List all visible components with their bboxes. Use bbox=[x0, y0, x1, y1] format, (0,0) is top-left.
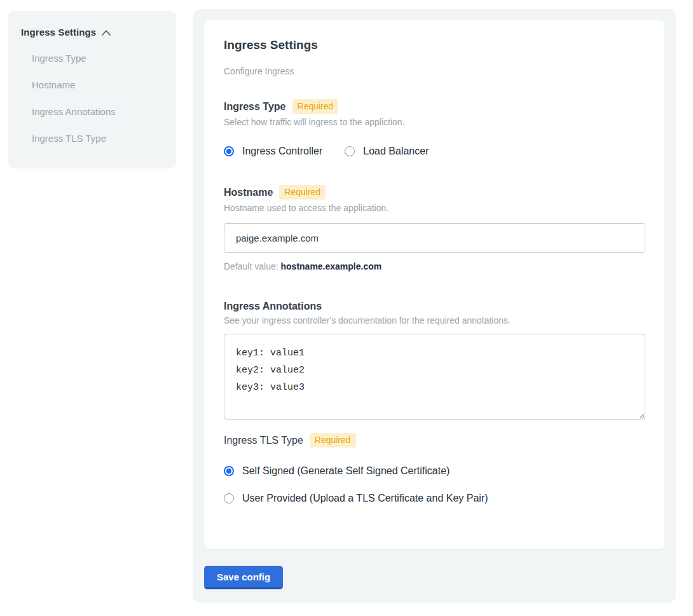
radio-icon[interactable] bbox=[224, 146, 234, 156]
config-nav-sidebar: Ingress Settings Ingress Type Hostname I… bbox=[8, 11, 176, 168]
radio-icon[interactable] bbox=[224, 493, 234, 503]
radio-option-load-balancer[interactable]: Load Balancer bbox=[345, 146, 429, 157]
sidebar-item-ingress-type[interactable]: Ingress Type bbox=[32, 52, 163, 64]
radio-icon[interactable] bbox=[345, 146, 355, 156]
section-label-hostname: Hostname bbox=[224, 187, 273, 198]
helper-prefix: Default value: bbox=[224, 261, 281, 271]
section-description: Select how traffic will ingress to the a… bbox=[224, 117, 645, 127]
required-badge: Required bbox=[310, 433, 356, 448]
sidebar-nav: Ingress Type Hostname Ingress Annotation… bbox=[21, 52, 163, 144]
card-title: Ingress Settings bbox=[224, 38, 645, 52]
hostname-input[interactable] bbox=[224, 223, 645, 253]
radio-option-user-provided[interactable]: User Provided (Upload a TLS Certificate … bbox=[224, 493, 645, 504]
radio-label: Self Signed (Generate Self Signed Certif… bbox=[242, 465, 449, 477]
radio-label: Load Balancer bbox=[363, 146, 429, 157]
sidebar-group-toggle[interactable]: Ingress Settings bbox=[21, 27, 163, 38]
radio-option-self-signed[interactable]: Self Signed (Generate Self Signed Certif… bbox=[224, 465, 645, 477]
radio-icon[interactable] bbox=[224, 466, 234, 476]
required-badge: Required bbox=[279, 185, 326, 200]
section-label-ingress-annotations: Ingress Annotations bbox=[224, 301, 322, 312]
section-label-ingress-type: Ingress Type bbox=[224, 101, 286, 113]
sidebar-item-hostname[interactable]: Hostname bbox=[32, 79, 163, 91]
radio-label: Ingress Controller bbox=[242, 146, 322, 157]
sidebar-group-title: Ingress Settings bbox=[21, 27, 96, 38]
radio-label: User Provided (Upload a TLS Certificate … bbox=[242, 493, 488, 504]
section-ingress-annotations: Ingress Annotations See your ingress con… bbox=[224, 301, 645, 420]
section-hostname: Hostname Required Hostname used to acces… bbox=[224, 185, 645, 271]
section-label-row: Ingress Type Required bbox=[224, 99, 645, 114]
helper-default-value: hostname.example.com bbox=[281, 261, 382, 271]
section-ingress-tls-type: Ingress TLS Type Required Self Signed (G… bbox=[224, 433, 645, 504]
save-config-button[interactable]: Save config bbox=[204, 566, 283, 589]
ingress-type-radio-group: Ingress Controller Load Balancer bbox=[224, 146, 645, 157]
ingress-annotations-textarea[interactable]: key1: value1 key2: value2 key3: value3 bbox=[224, 334, 645, 420]
config-card: Ingress Settings Configure Ingress Ingre… bbox=[204, 20, 664, 549]
section-label-ingress-tls-type: Ingress TLS Type bbox=[224, 435, 303, 446]
config-panel: Ingress Settings Configure Ingress Ingre… bbox=[193, 9, 676, 603]
section-label-row: Hostname Required bbox=[224, 185, 645, 200]
section-ingress-type: Ingress Type Required Select how traffic… bbox=[224, 99, 645, 157]
card-subtitle: Configure Ingress bbox=[224, 66, 645, 76]
required-badge: Required bbox=[292, 99, 339, 114]
section-description: Hostname used to access the application. bbox=[224, 203, 645, 213]
section-description: See your ingress controller's documentat… bbox=[224, 315, 645, 325]
hostname-default-helper: Default value: hostname.example.com bbox=[224, 261, 645, 271]
radio-option-ingress-controller[interactable]: Ingress Controller bbox=[224, 146, 322, 157]
tls-type-radio-group: Self Signed (Generate Self Signed Certif… bbox=[224, 465, 645, 504]
section-label-row: Ingress TLS Type Required bbox=[224, 433, 645, 448]
chevron-up-icon bbox=[102, 30, 111, 36]
section-label-row: Ingress Annotations bbox=[224, 301, 645, 312]
sidebar-item-ingress-tls-type[interactable]: Ingress TLS Type bbox=[32, 132, 163, 144]
sidebar-item-ingress-annotations[interactable]: Ingress Annotations bbox=[32, 106, 163, 118]
